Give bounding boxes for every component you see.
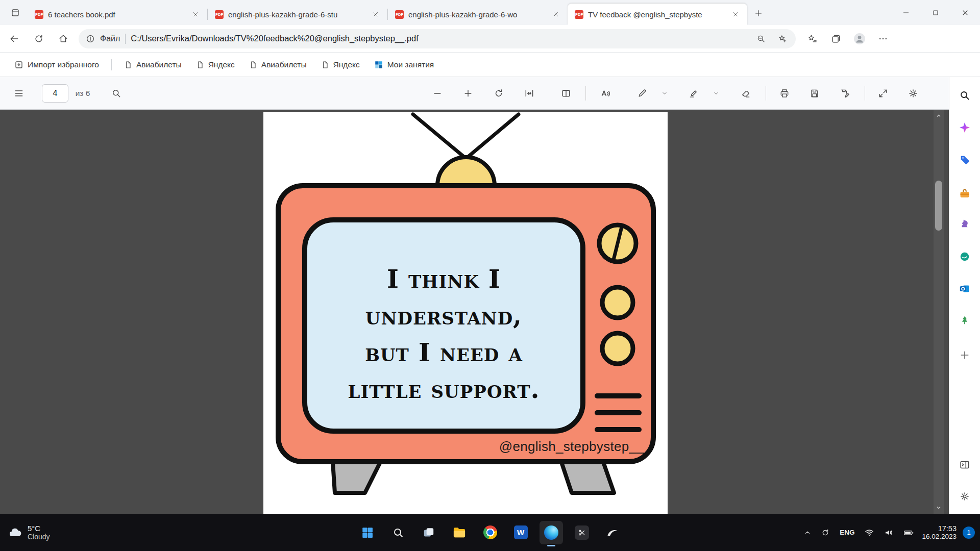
maximize-button[interactable] (921, 0, 950, 25)
notification-badge[interactable]: 1 (963, 527, 975, 539)
tab-close-button[interactable] (729, 8, 742, 21)
zoom-page-button[interactable] (753, 31, 769, 47)
draw-pen-button[interactable] (633, 83, 651, 104)
sidebar-search-button[interactable] (954, 85, 975, 106)
fit-width-button[interactable] (519, 83, 540, 104)
tab-tv-feedback-active[interactable]: PDF TV feedback @english_stepbyste (568, 4, 747, 25)
tray-overflow-button[interactable] (802, 527, 813, 538)
magnifier-minus-icon (756, 34, 766, 43)
scroll-down-button[interactable] (934, 503, 944, 513)
task-view-button[interactable] (417, 521, 440, 544)
highlighter-dropdown[interactable] (710, 83, 722, 104)
address-bar[interactable]: Файл C:/Users/Evrika/Downloads/TV%20feed… (79, 29, 796, 48)
tab-close-button[interactable] (549, 8, 562, 21)
tab-actions-menu-button[interactable] (5, 3, 26, 23)
pdf-viewport[interactable]: I think I understand, but I need a littl… (0, 110, 949, 514)
language-indicator[interactable]: ENG (838, 527, 856, 538)
collections-button[interactable] (826, 29, 846, 48)
fullscreen-button[interactable] (873, 83, 893, 104)
bookmark-aviabilety-1[interactable]: Авиабилеты (119, 56, 187, 73)
gear-icon (908, 88, 918, 98)
bookmark-import-favorites[interactable]: Импорт избранного (9, 56, 104, 73)
bookmark-yandex-2[interactable]: Яндекс (316, 56, 365, 73)
profile-avatar[interactable] (850, 29, 869, 48)
chess-knight-icon (959, 218, 970, 229)
plus-icon (754, 9, 763, 17)
clock-widget[interactable]: 17:53 16.02.2023 (922, 524, 957, 540)
battery-button[interactable] (901, 525, 916, 540)
bookmark-yandex-1[interactable]: Яндекс (191, 56, 240, 73)
add-favorite-button[interactable] (774, 31, 791, 47)
taskbar-search-button[interactable] (386, 521, 410, 544)
import-icon (14, 60, 23, 69)
refresh-button[interactable] (29, 29, 49, 49)
page-icon (249, 61, 257, 69)
sidebar-add-button[interactable] (954, 344, 975, 366)
search-icon (392, 527, 404, 539)
scrollbar-thumb[interactable] (935, 181, 942, 231)
copilot-sparkle-icon (959, 121, 971, 134)
sidebar-settings-button[interactable] (954, 486, 975, 507)
weather-widget[interactable]: 5°C Cloudy (0, 514, 58, 551)
tab-close-button[interactable] (369, 8, 382, 21)
pdf-settings-button[interactable] (903, 83, 923, 104)
highlighter-button[interactable] (685, 83, 702, 104)
plus-icon (463, 88, 473, 98)
sidebar-games-button[interactable] (954, 213, 975, 234)
print-button[interactable] (774, 83, 795, 104)
wifi-button[interactable] (863, 526, 876, 539)
chrome-button[interactable] (478, 521, 502, 544)
sidebar-shopping-button[interactable] (954, 149, 975, 170)
zoom-out-button[interactable] (427, 83, 448, 104)
toc-button[interactable] (9, 83, 29, 104)
sidebar-outlook-button[interactable] (954, 278, 975, 299)
info-icon[interactable] (86, 34, 95, 43)
bookmark-moi-zanyatiya[interactable]: Мои занятия (369, 56, 439, 73)
home-button[interactable] (53, 29, 74, 49)
snipping-tool-button[interactable] (570, 521, 594, 544)
volume-button[interactable] (882, 526, 895, 539)
scroll-up-button[interactable] (934, 111, 944, 121)
word-button[interactable]: W (509, 521, 532, 544)
tray-sync-button[interactable] (819, 527, 831, 539)
file-explorer-button[interactable] (448, 521, 471, 544)
read-aloud-button[interactable] (595, 83, 616, 104)
bookmark-aviabilety-2[interactable]: Авиабилеты (244, 56, 312, 73)
sidebar-tree-button[interactable] (954, 310, 975, 331)
bookmark-label: Авиабилеты (136, 60, 182, 69)
draw-pen-dropdown[interactable] (658, 83, 671, 104)
edge-button-active[interactable] (540, 521, 563, 544)
favorites-bar-button[interactable] (803, 29, 822, 48)
pinned-app-button[interactable] (601, 521, 624, 544)
page-number-input[interactable] (42, 84, 68, 103)
sidebar-panel-toggle-button[interactable] (954, 454, 975, 475)
save-as-button[interactable] (835, 83, 855, 104)
gear-icon (960, 491, 970, 502)
start-button[interactable] (356, 521, 379, 544)
pdf-file-icon: PDF (575, 10, 583, 19)
page-view-button[interactable] (556, 83, 576, 104)
settings-menu-button[interactable] (873, 29, 893, 48)
sidebar-m365-button[interactable] (954, 246, 975, 267)
eraser-button[interactable] (736, 83, 756, 104)
sidebar-tools-button[interactable] (954, 183, 975, 205)
tab-teachers-book[interactable]: PDF 6 teachers book.pdf (28, 4, 207, 25)
browser-tab-strip: PDF 6 teachers book.pdf PDF english-plus… (0, 0, 980, 25)
weather-temp: 5°C (28, 524, 50, 533)
tab-student-book[interactable]: PDF english-plus-kazakh-grade-6-stu (208, 4, 387, 25)
back-button[interactable] (4, 29, 24, 49)
minimize-icon (902, 9, 910, 17)
edge-sidebar (949, 77, 980, 514)
fit-width-icon (524, 88, 534, 98)
zoom-in-button[interactable] (458, 83, 478, 104)
rotate-button[interactable] (488, 83, 509, 104)
sidebar-copilot-button[interactable] (954, 117, 975, 138)
pdf-scrollbar[interactable] (934, 110, 944, 514)
close-window-button[interactable] (950, 0, 980, 25)
save-button[interactable] (804, 83, 825, 104)
minimize-button[interactable] (891, 0, 921, 25)
tab-close-button[interactable] (189, 8, 202, 21)
new-tab-button[interactable] (749, 4, 768, 22)
pdf-search-button[interactable] (106, 83, 127, 104)
tab-workbook[interactable]: PDF english-plus-kazakh-grade-6-wo (388, 4, 568, 25)
